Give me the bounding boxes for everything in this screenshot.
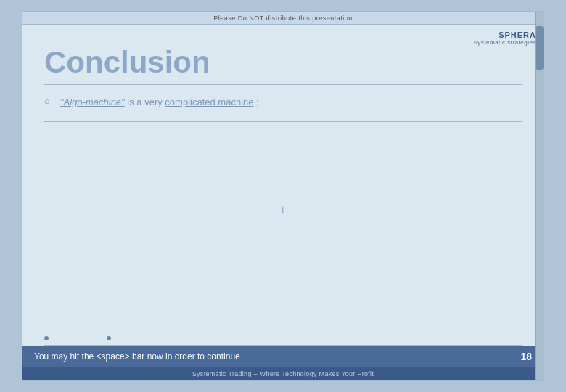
slide-container: Please Do NOT distribute this presentati…	[22, 11, 544, 381]
bottom-divider	[44, 345, 522, 346]
scrollbar-thumb[interactable]	[536, 26, 544, 70]
footer-main-text: You may hit the <space> bar now in order…	[34, 351, 240, 362]
footer-page-number: 18	[520, 351, 532, 362]
bullet-text-1: "Algo-machine" is a very complicated mac…	[60, 95, 259, 110]
bullet-item-1: ○ "Algo-machine" is a very complicated m…	[44, 95, 522, 110]
bullet-dot-1: ○	[44, 96, 53, 107]
title-divider	[44, 84, 522, 85]
slide-title: Conclusion	[44, 45, 522, 80]
logo-subtitle: Systematic strategies	[473, 39, 536, 46]
center-char: t	[282, 204, 284, 216]
bullet-normal-1: is a very	[127, 97, 165, 107]
slide-footer: You may hit the <space> bar now in order…	[22, 346, 544, 380]
footer-sub: Systematic Trading – Where Technology Ma…	[22, 367, 544, 380]
bullet-section: ○ "Algo-machine" is a very complicated m…	[44, 95, 522, 114]
bullet-quoted: "Algo-machine"	[60, 97, 125, 107]
footer-sub-text: Systematic Trading – Where Technology Ma…	[192, 370, 374, 377]
scrollbar[interactable]	[535, 12, 544, 380]
logo-area: SPHERA Systematic strategies	[473, 30, 536, 46]
content-divider	[44, 121, 522, 122]
top-bar-text: Please Do NOT distribute this presentati…	[213, 15, 352, 22]
center-content: t	[44, 129, 522, 332]
top-bar: Please Do NOT distribute this presentati…	[22, 12, 544, 25]
logo-sphera: SPHERA	[499, 30, 536, 39]
bullet-normal-2: ;	[256, 97, 259, 107]
outer-wrapper: Please Do NOT distribute this presentati…	[0, 0, 566, 392]
bullet-underlined: complicated machine	[165, 97, 253, 107]
footer-main: You may hit the <space> bar now in order…	[22, 346, 544, 367]
slide-body: SPHERA Systematic strategies Conclusion …	[22, 25, 544, 346]
dot-item-1	[44, 336, 49, 340]
dots-row	[44, 332, 522, 345]
dot-item-2	[107, 336, 111, 340]
